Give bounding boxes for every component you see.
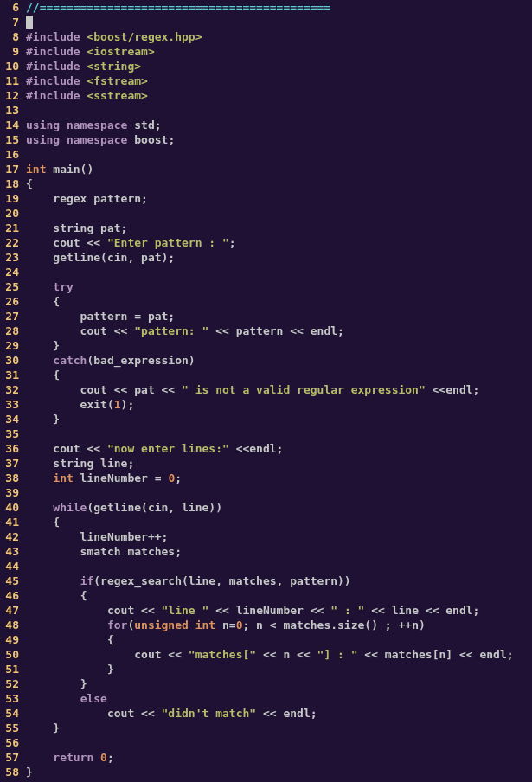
code-line[interactable]: #include <string> (26, 59, 532, 74)
code-line[interactable]: } (26, 676, 532, 691)
code-line[interactable]: } (26, 412, 532, 426)
code-token: cout << pat << (26, 383, 182, 396)
code-token: try (53, 280, 73, 293)
code-token: string pat; (26, 221, 127, 234)
code-line[interactable]: cout << "line " << lineNumber << " : " <… (26, 603, 532, 618)
line-number: 25 (0, 279, 19, 294)
code-line[interactable]: cout << "pattern: " << pattern << endl; (26, 324, 532, 338)
code-token: //======================================… (26, 1, 330, 14)
code-line[interactable]: string pat; (26, 221, 532, 235)
code-line[interactable] (26, 485, 532, 500)
code-line[interactable]: catch(bad_expression) (26, 353, 532, 368)
line-number: 35 (0, 426, 19, 441)
code-line[interactable]: { (26, 588, 532, 603)
line-number: 41 (0, 515, 19, 529)
line-number: 14 (0, 118, 19, 132)
code-line[interactable]: using namespace std; (26, 118, 532, 132)
code-token (26, 574, 80, 587)
code-token: { (53, 369, 60, 381)
code-line[interactable]: if(regex_search(line, matches, pattern)) (26, 574, 532, 588)
code-line[interactable]: { (26, 515, 532, 529)
code-editor[interactable]: 6789101112131415161718192021222324252627… (0, 0, 532, 782)
code-line[interactable]: #include <sstream> (26, 88, 532, 103)
code-line[interactable] (26, 559, 532, 574)
line-number: 40 (0, 500, 19, 515)
code-token: <string> (87, 60, 141, 73)
code-token (26, 663, 107, 676)
code-token (93, 751, 100, 764)
code-line[interactable]: else (26, 691, 532, 706)
code-line[interactable] (26, 206, 532, 221)
code-token: } (53, 413, 60, 426)
code-line[interactable]: lineNumber++; (26, 529, 532, 544)
code-token: (getline(cin, line)) (87, 501, 222, 514)
code-token: <sstream> (87, 89, 147, 102)
code-line[interactable] (26, 265, 532, 279)
code-line[interactable]: } (26, 338, 532, 353)
line-number: 13 (0, 103, 19, 118)
line-number: 11 (0, 74, 19, 88)
code-token: } (107, 663, 114, 676)
code-line[interactable]: return 0; (26, 750, 532, 765)
line-number: 54 (0, 706, 19, 721)
code-line[interactable]: } (26, 765, 532, 779)
code-token: #include (26, 74, 80, 87)
code-token: using (26, 133, 60, 146)
code-line[interactable]: //======================================… (26, 0, 532, 15)
code-token (26, 633, 107, 646)
code-line[interactable]: try (26, 279, 532, 294)
line-number: 48 (0, 618, 19, 632)
code-line[interactable]: { (26, 294, 532, 309)
line-number: 34 (0, 412, 19, 426)
code-line[interactable]: { (26, 632, 532, 647)
code-line[interactable]: cout << "now enter lines:" <<endl; (26, 441, 532, 456)
code-token (26, 516, 53, 529)
code-token: lineNumber = (74, 471, 169, 484)
code-token (26, 339, 53, 352)
line-number: 26 (0, 294, 19, 309)
line-number: 58 (0, 765, 19, 779)
code-token: if (80, 574, 94, 587)
code-line[interactable]: exit(1); (26, 397, 532, 412)
code-line[interactable]: cout << "matches[" << n << "] : " << mat… (26, 647, 532, 662)
line-number: 28 (0, 324, 19, 338)
code-token: << n << (256, 648, 317, 661)
code-line[interactable]: regex pattern; (26, 191, 532, 206)
code-line[interactable] (26, 735, 532, 750)
code-line[interactable]: #include <boost/regex.hpp> (26, 29, 532, 44)
code-line[interactable]: for(unsigned int n=0; n < matches.size()… (26, 618, 532, 632)
line-number: 42 (0, 529, 19, 544)
code-line[interactable]: { (26, 176, 532, 191)
code-line[interactable]: smatch matches; (26, 544, 532, 559)
code-token: "Enter pattern : " (107, 236, 229, 249)
line-number: 6 (0, 0, 19, 15)
code-line[interactable] (26, 103, 532, 118)
code-line[interactable]: string line; (26, 456, 532, 471)
code-line[interactable] (26, 15, 532, 29)
code-line[interactable] (26, 426, 532, 441)
code-line[interactable]: using namespace boost; (26, 132, 532, 147)
code-token: cout << (26, 707, 162, 720)
code-line[interactable]: pattern = pat; (26, 309, 532, 324)
code-area[interactable]: //======================================… (22, 0, 532, 782)
code-line[interactable]: #include <fstream> (26, 74, 532, 88)
code-line[interactable]: { (26, 368, 532, 382)
code-line[interactable]: #include <iostream> (26, 44, 532, 59)
code-token: { (53, 295, 60, 308)
code-line[interactable]: int lineNumber = 0; (26, 471, 532, 485)
code-line[interactable]: } (26, 662, 532, 676)
code-token (26, 619, 107, 631)
code-line[interactable]: cout << pat << " is not a valid regular … (26, 382, 532, 397)
code-token: #include (26, 45, 80, 58)
code-line[interactable]: cout << "didn't match" << endl; (26, 706, 532, 721)
code-line[interactable]: int main() (26, 162, 532, 176)
code-line[interactable]: getline(cin, pat); (26, 250, 532, 265)
code-token: boost; (127, 133, 175, 146)
code-line[interactable]: cout << "Enter pattern : "; (26, 235, 532, 250)
code-line[interactable]: } (26, 721, 532, 735)
code-token: << pattern << endl; (208, 324, 344, 337)
line-number: 57 (0, 750, 19, 765)
code-line[interactable] (26, 147, 532, 162)
code-line[interactable]: while(getline(cin, line)) (26, 500, 532, 515)
code-token (26, 692, 80, 705)
